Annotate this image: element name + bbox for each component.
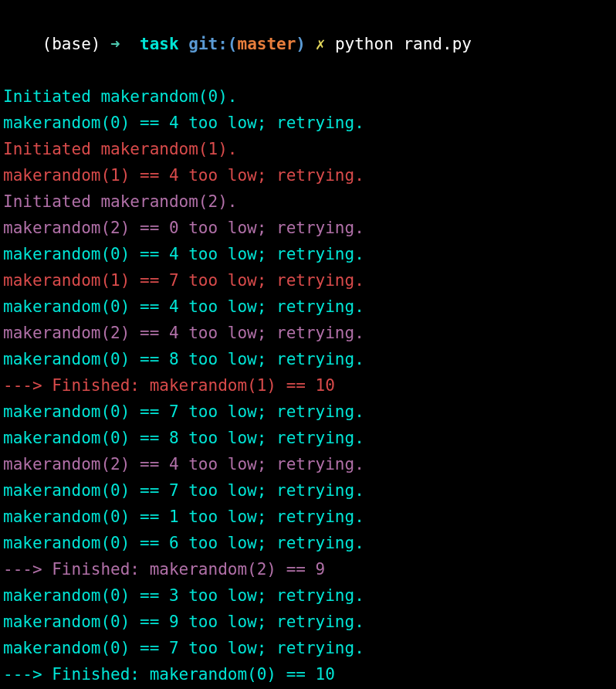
- prompt-dir: task: [140, 35, 188, 53]
- output-line: makerandom(0) == 4 too low; retrying.: [3, 110, 613, 136]
- output-line: Initiated makerandom(0).: [3, 83, 613, 110]
- prompt-arrow-icon: ➜: [110, 35, 140, 53]
- output-line: makerandom(2) == 4 too low; retrying.: [3, 451, 613, 477]
- output-lines: Initiated makerandom(0).makerandom(0) ==…: [3, 83, 613, 689]
- output-line: makerandom(0) == 3 too low; retrying.: [3, 582, 613, 609]
- output-line: ---> Finished: makerandom(1) == 10: [3, 372, 613, 399]
- output-line: makerandom(0) == 4 too low; retrying.: [3, 241, 613, 267]
- output-line: Initiated makerandom(1).: [3, 136, 613, 162]
- output-line: makerandom(2) == 4 too low; retrying.: [3, 320, 613, 346]
- output-line: makerandom(0) == 9 too low; retrying.: [3, 609, 613, 635]
- prompt-base: (base): [42, 35, 111, 53]
- prompt-line: (base) ➜ task git:(master) ✗ python rand…: [3, 5, 613, 83]
- output-line: Initiated makerandom(2).: [3, 188, 613, 215]
- prompt-git: git:: [188, 35, 228, 53]
- output-line: makerandom(0) == 4 too low; retrying.: [3, 294, 613, 320]
- output-line: makerandom(0) == 6 too low; retrying.: [3, 530, 613, 556]
- prompt-branch: master: [237, 35, 296, 53]
- output-line: makerandom(0) == 7 too low; retrying.: [3, 399, 613, 425]
- output-line: ---> Finished: makerandom(0) == 10: [3, 661, 613, 687]
- prompt-x-icon: ✗: [316, 35, 335, 53]
- output-line: makerandom(0) == 8 too low; retrying.: [3, 425, 613, 451]
- output-line: makerandom(1) == 7 too low; retrying.: [3, 267, 613, 294]
- output-line: makerandom(0) == 7 too low; retrying.: [3, 635, 613, 661]
- output-line: makerandom(2) == 0 too low; retrying.: [3, 215, 613, 241]
- output-line: ---> Finished: makerandom(2) == 9: [3, 556, 613, 582]
- output-line: makerandom(0) == 7 too low; retrying.: [3, 477, 613, 504]
- prompt-paren-open: (: [228, 35, 238, 53]
- prompt-command: python rand.py: [335, 35, 472, 53]
- output-line: makerandom(1) == 4 too low; retrying.: [3, 162, 613, 188]
- output-line: makerandom(0) == 1 too low; retrying.: [3, 504, 613, 530]
- prompt-paren-close: ): [296, 35, 315, 53]
- terminal-output: (base) ➜ task git:(master) ✗ python rand…: [3, 5, 613, 689]
- output-line: makerandom(0) == 8 too low; retrying.: [3, 346, 613, 372]
